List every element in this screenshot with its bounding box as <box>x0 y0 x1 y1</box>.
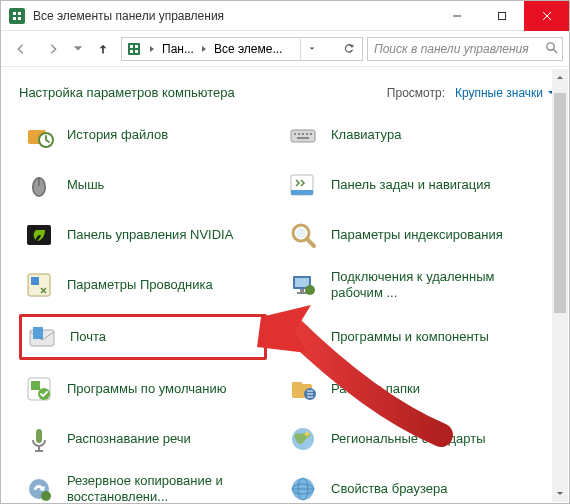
item-label: Параметры Проводника <box>67 277 213 293</box>
item-label: Распознавание речи <box>67 431 191 447</box>
region-icon <box>287 423 319 455</box>
svg-rect-57 <box>135 45 138 48</box>
remote-icon <box>287 269 319 301</box>
forward-button[interactable] <box>39 35 67 63</box>
item-file-history[interactable]: История файлов <box>19 114 267 156</box>
up-button[interactable] <box>89 35 117 63</box>
item-speech[interactable]: Распознавание речи <box>19 418 267 460</box>
backup-icon <box>23 473 55 504</box>
item-programs-features[interactable]: Программы и компоненты <box>283 314 531 360</box>
item-label: Программы и компоненты <box>331 329 489 345</box>
mail-icon <box>26 321 58 353</box>
view-value: Крупные значки <box>455 86 543 100</box>
item-label: Мышь <box>67 177 104 193</box>
minimize-button[interactable] <box>434 1 479 31</box>
item-label: Клавиатура <box>331 127 401 143</box>
item-mail[interactable]: Почта <box>19 314 267 360</box>
back-button[interactable] <box>7 35 35 63</box>
chevron-right-icon[interactable] <box>146 45 158 53</box>
scroll-down-button[interactable] <box>552 486 568 502</box>
svg-point-60 <box>547 42 554 49</box>
svg-rect-59 <box>135 50 138 53</box>
svg-rect-50 <box>18 17 21 20</box>
item-mouse[interactable]: Мышь <box>19 164 267 206</box>
vertical-scrollbar[interactable] <box>552 69 568 502</box>
item-taskbar[interactable]: Панель задач и навигация <box>283 164 531 206</box>
item-nvidia[interactable]: Панель управления NVIDIA <box>19 214 267 256</box>
defaults-icon <box>23 373 55 405</box>
taskbar-icon <box>287 169 319 201</box>
svg-rect-56 <box>130 45 133 48</box>
item-label: Параметры индексирования <box>331 227 503 243</box>
item-explorer-options[interactable]: Параметры Проводника <box>19 264 267 306</box>
control-panel-icon <box>126 41 142 57</box>
item-label: Рабочие папки <box>331 381 420 397</box>
close-button[interactable] <box>524 1 569 31</box>
navigation-row: Пан... Все элеме... <box>1 31 569 67</box>
view-selector[interactable]: Крупные значки <box>455 86 555 100</box>
keyboard-icon <box>287 119 319 151</box>
history-icon <box>23 119 55 151</box>
item-label: Подключения к удаленным рабочим ... <box>331 269 527 302</box>
refresh-button[interactable] <box>338 38 360 60</box>
svg-rect-58 <box>130 50 133 53</box>
browser-icon <box>287 473 319 504</box>
view-label: Просмотр: <box>387 86 445 100</box>
item-label: Резервное копирование и восстановлени... <box>67 473 263 504</box>
speech-icon <box>23 423 55 455</box>
scrollbar-thumb[interactable] <box>554 93 566 313</box>
svg-line-61 <box>553 49 557 53</box>
item-backup[interactable]: Резервное копирование и восстановлени... <box>19 468 267 504</box>
search-icon[interactable] <box>541 41 558 57</box>
indexing-icon <box>287 219 319 251</box>
explorer-options-icon <box>23 269 55 301</box>
item-remote-desktop[interactable]: Подключения к удаленным рабочим ... <box>283 264 531 306</box>
window-title: Все элементы панели управления <box>33 9 434 23</box>
breadcrumb[interactable]: Пан... Все элеме... <box>121 37 363 61</box>
nvidia-icon <box>23 219 55 251</box>
item-region[interactable]: Региональные стандарты <box>283 418 531 460</box>
item-work-folders[interactable]: Рабочие папки <box>283 368 531 410</box>
svg-rect-47 <box>13 12 16 15</box>
breadcrumb-seg-panel[interactable]: Пан... <box>160 42 196 56</box>
maximize-button[interactable] <box>479 1 524 31</box>
item-label: Региональные стандарты <box>331 431 485 447</box>
item-label: Свойства браузера <box>331 481 447 497</box>
recent-dropdown-button[interactable] <box>71 35 85 63</box>
item-label: История файлов <box>67 127 168 143</box>
item-keyboard[interactable]: Клавиатура <box>283 114 531 156</box>
item-default-programs[interactable]: Программы по умолчанию <box>19 368 267 410</box>
item-label: Панель управления NVIDIA <box>67 227 233 243</box>
workfolders-icon <box>287 373 319 405</box>
svg-rect-49 <box>13 17 16 20</box>
titlebar: Все элементы панели управления <box>1 1 569 31</box>
chevron-right-icon[interactable] <box>198 45 210 53</box>
programs-icon <box>287 321 319 353</box>
search-input[interactable] <box>372 41 541 57</box>
svg-rect-55 <box>128 43 140 55</box>
scroll-up-button[interactable] <box>552 69 568 85</box>
mouse-icon <box>23 169 55 201</box>
search-box[interactable] <box>367 37 563 61</box>
item-label: Почта <box>70 329 106 345</box>
history-dropdown-button[interactable] <box>300 38 322 60</box>
content-area: Настройка параметров компьютера Просмотр… <box>1 67 569 504</box>
item-label: Панель задач и навигация <box>331 177 491 193</box>
breadcrumb-seg-all[interactable]: Все элеме... <box>212 42 284 56</box>
items-grid: История файлов Клавиатура Мышь Панель за… <box>19 114 555 504</box>
item-indexing[interactable]: Параметры индексирования <box>283 214 531 256</box>
svg-rect-52 <box>498 12 505 19</box>
item-internet-options[interactable]: Свойства браузера <box>283 468 531 504</box>
page-title: Настройка параметров компьютера <box>19 85 387 100</box>
item-label: Программы по умолчанию <box>67 381 226 397</box>
svg-rect-48 <box>18 12 21 15</box>
control-panel-icon <box>9 8 25 24</box>
